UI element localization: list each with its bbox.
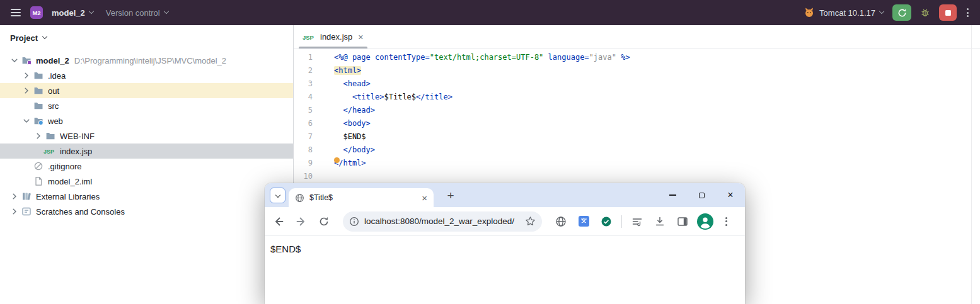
close-button[interactable]: ×: [716, 183, 745, 207]
code-line-5[interactable]: 5 </head>: [294, 104, 980, 117]
chevron-right-icon[interactable]: [9, 206, 20, 217]
project-tree: model_2D:\Programming\intelij\JSP\MVC\mo…: [0, 50, 293, 219]
line-number: 1: [294, 51, 313, 64]
editor-tab-label: index.jsp: [320, 32, 352, 42]
line-number: 2: [294, 64, 313, 77]
chevron-down-icon[interactable]: [21, 116, 32, 126]
project-root-path: D:\Programming\intelij\JSP\MVC\model_2: [74, 56, 226, 65]
external-libraries-icon: [20, 191, 33, 201]
tree-item-scratches-and-consoles[interactable]: Scratches and Consoles: [0, 204, 293, 219]
browser-tab-title: $Title$: [309, 193, 417, 202]
tree-item-external-libraries[interactable]: External Libraries: [0, 189, 293, 204]
tree-item-label: .gitignore: [48, 162, 81, 171]
svg-text:JSP: JSP: [43, 149, 54, 155]
globe-toolbar-button[interactable]: [550, 210, 572, 233]
project-icon-badge[interactable]: M2: [30, 6, 43, 19]
line-number: 8: [294, 144, 313, 157]
chevron-down-icon[interactable]: [9, 55, 20, 65]
editor-tab-index-jsp[interactable]: JSP index.jsp ×: [296, 25, 370, 48]
chevron-right-icon[interactable]: [9, 191, 20, 201]
code-editor[interactable]: 1<%@ page contentType="text/html;charset…: [294, 49, 980, 183]
chevron-right-icon[interactable]: [33, 131, 43, 141]
chevron-right-icon[interactable]: [21, 70, 32, 81]
tree-item--gitignore[interactable]: .gitignore: [0, 159, 293, 174]
side-panel-button[interactable]: [671, 210, 694, 233]
titlebar-left-group: M2 model_2 Version control: [6, 4, 172, 21]
chevron-right-icon[interactable]: [21, 86, 32, 96]
inline-hint-dot-icon: [334, 157, 340, 163]
globe-icon: [555, 216, 567, 227]
new-tab-button[interactable]: +: [442, 187, 459, 203]
tree-item-model-2[interactable]: model_2D:\Programming\intelij\JSP\MVC\mo…: [0, 53, 293, 68]
tomcat-icon: [804, 7, 815, 18]
close-icon: ×: [727, 190, 733, 200]
code-line-4[interactable]: 4 <title>$Title$</title>: [294, 91, 980, 104]
site-info-icon[interactable]: [349, 217, 359, 227]
minimize-button[interactable]: [658, 183, 687, 207]
debug-button[interactable]: [916, 4, 934, 21]
chevron-down-icon: [275, 192, 280, 197]
code-line-10[interactable]: 10: [294, 170, 980, 183]
browser-menu-icon[interactable]: [717, 212, 736, 231]
maximize-icon: [699, 193, 705, 198]
tab-close-icon[interactable]: ×: [358, 33, 363, 42]
code-line-content: <body>: [313, 117, 371, 130]
downloads-button[interactable]: [649, 210, 671, 233]
code-line-1[interactable]: 1<%@ page contentType="text/html;charset…: [294, 51, 980, 64]
browser-window: $Title$ × + × localhost:8080/model_2_war…: [265, 183, 745, 304]
tree-item-label: Scratches and Consoles: [36, 207, 125, 217]
translate-button[interactable]: [572, 210, 595, 233]
tree-item-web-inf[interactable]: WEB-INF: [0, 128, 293, 144]
forward-arrow-icon: [295, 215, 308, 228]
ide-titlebar: M2 model_2 Version control Tomcat 10.1.1…: [0, 0, 980, 25]
tree-item-label: model_2: [36, 56, 69, 65]
more-actions-icon[interactable]: [962, 4, 974, 21]
stop-button[interactable]: [939, 4, 957, 21]
tree-item-index-jsp[interactable]: JSPindex.jsp: [0, 144, 293, 159]
code-line-6[interactable]: 6 <body>: [294, 117, 980, 130]
main-menu-icon[interactable]: [6, 4, 25, 21]
tree-item--idea[interactable]: .idea: [0, 68, 293, 83]
profile-avatar[interactable]: [694, 210, 717, 233]
line-number: 3: [294, 77, 313, 91]
address-bar[interactable]: localhost:8080/model_2_war_exploded/: [343, 211, 542, 232]
tree-item-model-2-iml[interactable]: model_2.iml: [0, 174, 293, 189]
browser-tab[interactable]: $Title$ ×: [289, 188, 434, 207]
titlebar-right-group: Tomcat 10.1.17: [800, 4, 974, 21]
tab-search-button[interactable]: [270, 188, 285, 203]
svg-text:JSP: JSP: [303, 34, 314, 41]
code-line-9[interactable]: 9</html>: [294, 157, 980, 170]
project-panel-header[interactable]: Project: [0, 25, 293, 50]
code-line-7[interactable]: 7 $END$: [294, 130, 980, 144]
playlist-button[interactable]: [626, 210, 649, 233]
reload-button[interactable]: [313, 210, 335, 233]
toolbar-separator: [621, 215, 622, 228]
code-line-3[interactable]: 3 <head>: [294, 77, 980, 91]
run-config-label: Tomcat 10.1.17: [819, 8, 875, 18]
iml-file-icon: [32, 176, 45, 186]
forward-button[interactable]: [290, 210, 313, 233]
code-line-8[interactable]: 8 </body>: [294, 144, 980, 157]
translate-icon: [578, 215, 590, 227]
code-line-content: <%@ page contentType="text/html;charset=…: [313, 51, 630, 64]
tree-item-out[interactable]: out: [0, 83, 293, 98]
tree-item-label: model_2.iml: [48, 177, 92, 186]
version-control-menu[interactable]: Version control: [102, 6, 172, 20]
bookmark-star-icon[interactable]: [525, 216, 536, 227]
back-button[interactable]: [267, 210, 290, 233]
folder-icon: [32, 70, 45, 81]
project-selector[interactable]: model_2: [48, 6, 97, 20]
browser-page: $END$: [265, 236, 745, 304]
run-configuration-selector[interactable]: Tomcat 10.1.17: [800, 4, 887, 21]
rerun-button[interactable]: [892, 4, 911, 21]
chevron-down-icon: [89, 9, 94, 14]
line-number: 6: [294, 117, 313, 130]
extension-button[interactable]: [595, 210, 618, 233]
scratches-icon: [20, 206, 33, 217]
web-folder-icon: [32, 116, 45, 126]
tree-item-web[interactable]: web: [0, 113, 293, 128]
code-line-2[interactable]: 2<html>: [294, 64, 980, 77]
tab-close-icon[interactable]: ×: [422, 193, 427, 203]
tree-item-src[interactable]: src: [0, 98, 293, 113]
maximize-button[interactable]: [687, 183, 716, 207]
